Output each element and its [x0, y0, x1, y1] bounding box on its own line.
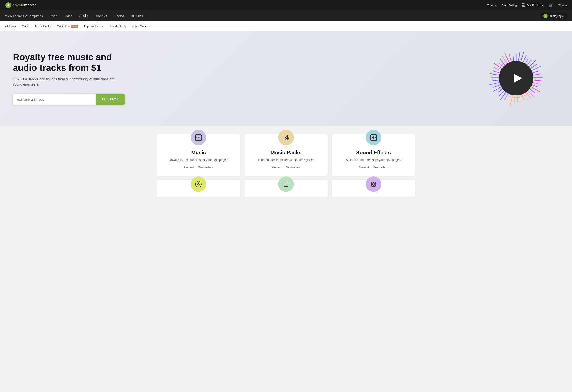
search-icon: [102, 98, 106, 101]
subnav-video-maker[interactable]: Video Maker ↗: [132, 25, 151, 28]
music-packs-card: Music Packs Different tracks related to …: [244, 134, 328, 176]
subnav-music-kits[interactable]: Music Kits NEW: [57, 25, 78, 28]
hero-visual: [473, 35, 559, 121]
sign-in-link[interactable]: Sign In: [558, 4, 567, 7]
sound-effects-card-links: Newest Bestsellers: [338, 166, 409, 169]
external-link-icon: ↗: [149, 25, 151, 28]
bottom-cards-grid: ✦: [157, 180, 415, 201]
sound-effects-card-desc: All the Sound Effects for your next proj…: [338, 158, 409, 162]
music-packs-newest-link[interactable]: Newest: [271, 166, 282, 169]
audiojungle-icon: ♪: [543, 14, 548, 18]
cards-grid: MUSIC Music Royalty-free music clips for…: [157, 134, 415, 176]
music-card-desc: Royalty-free music clips for your next p…: [163, 158, 234, 162]
nav-graphics[interactable]: Graphics: [95, 14, 107, 18]
hero-subtitle: 1,873,196 tracks and sounds from our com…: [13, 77, 125, 87]
music-packs-icon: [282, 134, 290, 141]
hero-title: Royalty free music and audio tracks from…: [13, 52, 125, 74]
kits-svg-icon: [282, 180, 290, 188]
logos-svg-icon: ✦: [195, 180, 202, 188]
waveform-svg: [473, 35, 559, 121]
sound-effects-newest-link[interactable]: Newest: [359, 166, 369, 169]
sound-effects-card-icon: [366, 130, 381, 145]
svg-point-63: [372, 183, 375, 185]
music-card-icon: MUSIC: [191, 130, 206, 145]
nav-video[interactable]: Video: [64, 14, 72, 18]
nav-audio[interactable]: Audio: [79, 14, 88, 18]
music-icon: MUSIC: [195, 134, 202, 141]
svg-marker-58: [372, 136, 374, 139]
sound-effects-card: Sound Effects All the Sound Effects for …: [332, 134, 415, 176]
music-bestsellers-link[interactable]: Bestsellers: [198, 166, 213, 169]
cart-icon[interactable]: 🛒: [548, 3, 553, 8]
sound-effects-card-title: Sound Effects: [338, 150, 409, 156]
sound-effects-icon: [370, 134, 377, 141]
logo[interactable]: envatomarket: [5, 2, 36, 8]
main-nav: Web Themes & Templates Code Video Audio …: [0, 10, 572, 21]
envato-logo-icon: [5, 2, 11, 8]
svg-line-2: [104, 100, 105, 101]
subnav-logos[interactable]: Logos & Idents: [84, 25, 103, 28]
music-card: MUSIC Music Royalty-free music clips for…: [157, 134, 240, 176]
sub-nav: All Items Music Music Packs Music Kits N…: [0, 21, 572, 31]
subnav-music[interactable]: Music: [22, 25, 29, 28]
search-box: Search: [13, 94, 125, 105]
cards-section: MUSIC Music Royalty-free music clips for…: [0, 125, 572, 206]
search-button[interactable]: Search: [96, 94, 125, 105]
sound-effects-bestsellers-link[interactable]: Bestsellers: [373, 166, 388, 169]
maker-card-partial: [332, 180, 415, 197]
music-packs-card-desc: Different tracks related to the same gen…: [251, 158, 321, 162]
music-card-title: Music: [163, 150, 234, 156]
nav-photos[interactable]: Photos: [114, 14, 124, 18]
hero-content: Royalty free music and audio tracks from…: [13, 52, 125, 105]
maker-icon: [366, 176, 381, 192]
kits-card-partial: [244, 180, 328, 197]
logo-text: envatomarket: [13, 3, 36, 8]
music-newest-link[interactable]: Newest: [184, 166, 194, 169]
audiojungle-badge[interactable]: ♪ audiojungle: [540, 13, 567, 19]
music-packs-bestsellers-link[interactable]: Bestsellers: [286, 166, 301, 169]
audiojungle-text: audiojungle: [549, 15, 564, 18]
our-products-button[interactable]: Our Products: [522, 3, 543, 7]
grid-icon: [522, 3, 525, 7]
subnav-all-items[interactable]: All Items: [5, 25, 16, 28]
nav-3d-files[interactable]: 3D Files: [131, 14, 143, 18]
search-input[interactable]: [13, 94, 96, 105]
top-bar: envatomarket Forums Start Selling Our Pr…: [0, 0, 572, 10]
nav-code[interactable]: Code: [50, 14, 57, 18]
top-nav-right: Forums Start Selling Our Products 🛒 Sign…: [487, 3, 567, 8]
logos-icon: ✦: [191, 176, 206, 192]
new-badge: NEW: [71, 25, 78, 28]
music-packs-card-links: Newest Bestsellers: [251, 166, 321, 169]
start-selling-link[interactable]: Start Selling: [502, 4, 517, 7]
forums-link[interactable]: Forums: [487, 4, 496, 7]
kits-icon: [278, 176, 294, 192]
logos-card-partial: ✦: [157, 180, 240, 197]
hero-section: Royalty free music and audio tracks from…: [0, 31, 572, 125]
svg-text:MUSIC: MUSIC: [195, 136, 203, 139]
subnav-music-packs[interactable]: Music Packs: [35, 25, 51, 28]
music-card-links: Newest Bestsellers: [163, 166, 234, 169]
music-packs-card-icon: [278, 130, 294, 145]
music-packs-card-title: Music Packs: [251, 150, 321, 156]
maker-svg-icon: [370, 180, 377, 188]
nav-web-themes[interactable]: Web Themes & Templates: [5, 14, 43, 18]
subnav-sound-effects[interactable]: Sound Effects: [109, 25, 126, 28]
